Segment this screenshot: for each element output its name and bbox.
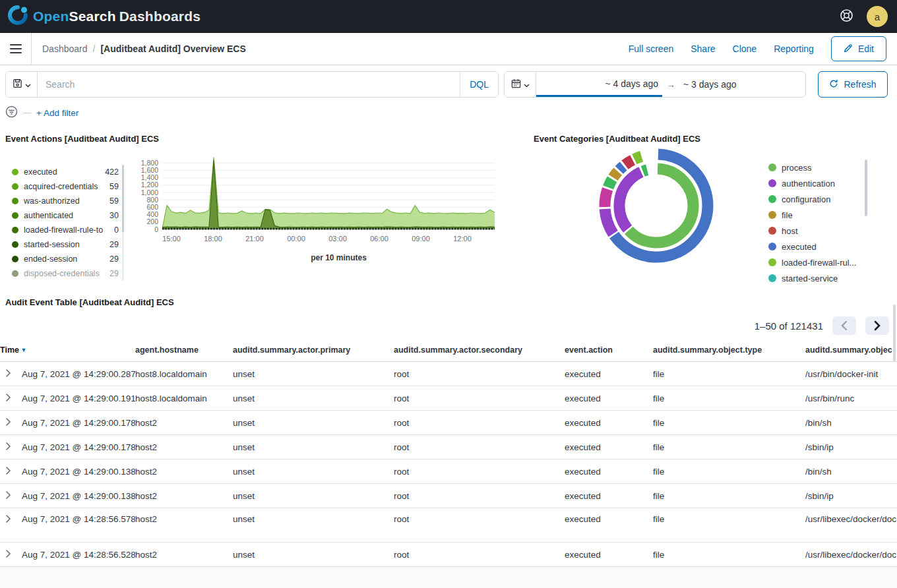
table-row: Aug 7, 2021 @ 14:28:56.578host2unsetroot… — [0, 508, 897, 543]
table-row: Aug 7, 2021 @ 14:29:00.138host2unsetroot… — [0, 459, 897, 484]
edit-button[interactable]: Edit — [831, 36, 886, 61]
legend-dot-icon — [12, 212, 18, 219]
breadcrumb-current: [Auditbeat Auditd] Overview ECS — [100, 44, 245, 54]
svg-text:1,200: 1,200 — [141, 181, 158, 189]
column-header-time[interactable]: Time ▼ — [0, 341, 135, 362]
breadcrumb-dashboard[interactable]: Dashboard — [42, 44, 88, 54]
expand-row-icon[interactable] — [0, 411, 22, 435]
legend-item[interactable]: loaded-firewall-rul... — [764, 254, 869, 270]
legend-label: started-service — [782, 274, 869, 283]
previous-page-button[interactable] — [832, 316, 856, 335]
range-arrow-icon: → — [662, 72, 679, 97]
search-input[interactable] — [38, 72, 460, 97]
date-range-end[interactable]: ~ 3 days ago — [679, 72, 805, 97]
column-header-auditd.summary.object.type: auditd.summary.object.type — [653, 341, 805, 362]
svg-text:400: 400 — [146, 210, 158, 218]
panel-title-audit-table: Audit Event Table [Auditbeat Auditd] ECS — [0, 297, 897, 307]
legend-label: configuration — [782, 194, 869, 204]
opensearch-brand[interactable]: OpenSearchDashboards — [8, 5, 201, 28]
expand-row-icon[interactable] — [0, 435, 22, 459]
legend-value: 422 — [105, 167, 124, 177]
clone-link[interactable]: Clone — [733, 44, 757, 54]
legend-item[interactable]: acquired-credentials59 — [5, 179, 124, 194]
legend-label: loaded-firewall-rul... — [782, 258, 869, 268]
query-bar: DQL ~ 4 days ago → ~ 3 days ago — [0, 65, 897, 98]
add-filter-link[interactable]: + Add filter — [36, 108, 78, 118]
refresh-icon — [829, 79, 838, 90]
refresh-button[interactable]: Refresh — [818, 71, 888, 98]
table-cell: /usr/bin/runc — [805, 386, 897, 411]
column-header-auditd.summary.actor.primary: auditd.summary.actor.primary — [233, 341, 394, 362]
expand-row-icon[interactable] — [0, 362, 22, 386]
legend-item[interactable]: disposed-credentials29 — [5, 266, 124, 281]
legend-item[interactable]: started-session29 — [5, 237, 124, 252]
table-cell: host2 — [135, 435, 233, 459]
expand-row-icon[interactable] — [0, 543, 22, 567]
table-cell: Aug 7, 2021 @ 14:29:00.178 — [22, 435, 135, 459]
table-cell: executed — [565, 459, 653, 484]
expand-row-icon[interactable] — [0, 484, 22, 508]
legend-scrollbar-thumb[interactable] — [122, 165, 124, 232]
fullscreen-link[interactable]: Full screen — [629, 44, 673, 54]
user-avatar[interactable]: a — [867, 6, 888, 27]
date-range-start[interactable]: ~ 4 days ago — [536, 72, 662, 97]
share-link[interactable]: Share — [691, 44, 715, 54]
event-actions-chart[interactable]: 1,8001,6001,4001,2001,000800600400200015… — [124, 150, 500, 249]
table-cell: host8.localdomain — [135, 386, 233, 411]
panel-event-actions: Event Actions [Auditbeat Auditd] ECS exe… — [5, 134, 516, 288]
legend-item[interactable]: ended-session29 — [5, 252, 124, 266]
table-cell: root — [394, 362, 565, 386]
dql-button[interactable]: DQL — [460, 72, 498, 97]
legend-item[interactable]: was-authorized59 — [5, 194, 124, 208]
expand-row-icon[interactable] — [0, 459, 22, 484]
legend-label: loaded-firewall-rule-to — [24, 225, 109, 235]
page-scrollbar-thumb[interactable] — [893, 305, 896, 361]
next-page-button[interactable] — [865, 316, 889, 335]
table-cell: Aug 7, 2021 @ 14:29:00.178 — [22, 411, 135, 435]
legend-item[interactable]: host — [764, 223, 869, 239]
table-cell: root — [394, 435, 565, 459]
filter-circle-icon[interactable] — [5, 105, 18, 121]
event-categories-donut[interactable] — [598, 148, 714, 264]
menu-icon[interactable] — [0, 33, 32, 65]
legend-item[interactable]: authenticated30 — [5, 208, 124, 223]
column-header-auditd.summary.objec: auditd.summary.objec — [805, 341, 897, 362]
legend-item[interactable]: configuration — [764, 191, 869, 207]
x-axis-title: per 10 minutes — [124, 253, 516, 262]
legend-item[interactable]: executed — [764, 239, 869, 254]
legend-item[interactable]: file — [764, 207, 869, 223]
table-cell: Aug 7, 2021 @ 14:28:56.578 — [22, 508, 135, 543]
expand-row-icon[interactable] — [0, 386, 22, 411]
breadcrumb: Dashboard / [Auditbeat Auditd] Overview … — [32, 44, 629, 54]
save-query-button[interactable] — [6, 72, 38, 97]
svg-text:1,800: 1,800 — [141, 159, 158, 167]
legend-scrollbar-thumb[interactable] — [865, 160, 867, 216]
legend-item[interactable]: executed422 — [5, 165, 124, 179]
table-cell: unset — [233, 508, 394, 543]
event-actions-legend: executed422acquired-credentials59was-aut… — [5, 165, 124, 281]
app-header: OpenSearchDashboards a — [0, 0, 897, 33]
calendar-button[interactable] — [505, 72, 536, 97]
legend-label: was-authorized — [24, 196, 104, 206]
legend-item[interactable]: process — [764, 160, 869, 175]
table-header-row: Time ▼agent.hostnameauditd.summary.actor… — [0, 341, 897, 362]
table-cell: /usr/bin/docker-init — [805, 362, 897, 386]
table-cell: executed — [565, 411, 653, 435]
opensearch-logo-icon — [8, 5, 28, 28]
table-body: Aug 7, 2021 @ 14:29:00.287host8.localdom… — [0, 362, 897, 567]
svg-text:00:00: 00:00 — [287, 235, 305, 243]
table-cell: Aug 7, 2021 @ 14:29:00.138 — [22, 484, 135, 508]
event-categories-legend: processauthenticationconfigurationfileho… — [764, 160, 869, 286]
audit-event-table: Time ▼agent.hostnameauditd.summary.actor… — [0, 341, 897, 567]
legend-item[interactable]: loaded-firewall-rule-to0 — [5, 223, 124, 237]
legend-item[interactable]: authentication — [764, 175, 869, 191]
table-cell: file — [653, 435, 805, 459]
svg-text:18:00: 18:00 — [204, 235, 222, 243]
table-cell: file — [653, 459, 805, 484]
reporting-link[interactable]: Reporting — [774, 44, 814, 54]
expand-row-icon[interactable] — [0, 508, 22, 543]
table-cell: file — [653, 362, 805, 386]
brand-text: OpenSearchDashboards — [33, 9, 201, 24]
help-icon[interactable] — [838, 7, 855, 26]
legend-item[interactable]: started-service — [764, 270, 869, 286]
